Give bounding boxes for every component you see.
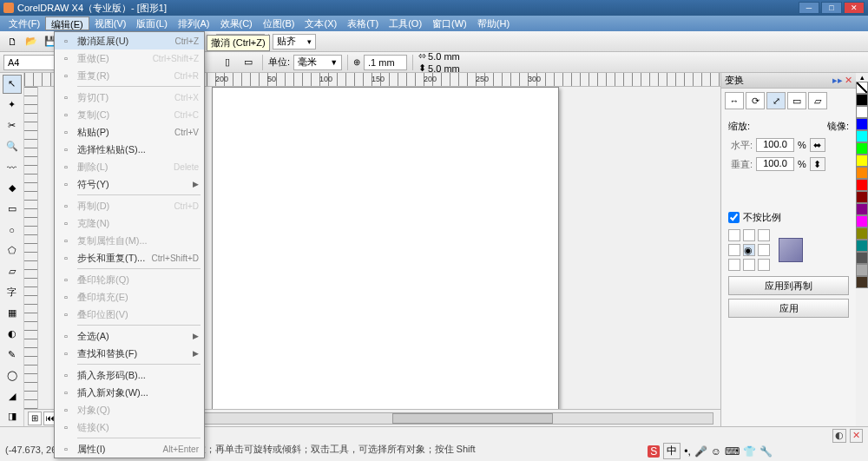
color-swatch[interactable] <box>856 106 868 118</box>
portrait-icon[interactable]: ▯ <box>219 54 236 71</box>
ime-tool-icon[interactable]: 🔧 <box>760 445 773 458</box>
color-swatch[interactable] <box>856 179 868 191</box>
color-swatch[interactable] <box>856 118 868 130</box>
menu-item[interactable]: 编辑(E) <box>45 16 89 30</box>
menu-item[interactable]: 文件(F) <box>3 16 45 30</box>
color-swatch[interactable] <box>856 227 868 240</box>
menu-item[interactable]: ▫全选(A)▶ <box>55 327 204 345</box>
menu-item[interactable]: ▫撤消延展(U)Ctrl+Z <box>55 32 204 49</box>
freehand-tool[interactable]: 〰 <box>3 158 22 177</box>
menu-item[interactable]: ▫符号(Y)▶ <box>55 175 204 193</box>
color-swatch[interactable] <box>856 203 868 215</box>
maximize-button[interactable]: □ <box>821 2 842 14</box>
color-swatch[interactable] <box>856 167 868 179</box>
interactive-tool[interactable]: ◐ <box>3 324 22 343</box>
table-tool[interactable]: ▦ <box>3 303 22 322</box>
landscape-icon[interactable]: ▭ <box>240 54 257 71</box>
menu-item: ▫克隆(N) <box>55 214 204 232</box>
apply-button[interactable]: 应用 <box>728 299 849 318</box>
minimize-button[interactable]: ─ <box>799 2 819 14</box>
menu-item: ▫叠印填充(E) <box>55 288 204 306</box>
menu-item[interactable]: 文本(X) <box>299 16 342 30</box>
ime-keyboard-icon[interactable]: ⌨ <box>725 445 740 458</box>
color-swatch[interactable] <box>856 130 868 142</box>
window-title: CorelDRAW X4（专业版）- [图形1] <box>17 2 167 15</box>
skew-tab[interactable]: ▱ <box>808 92 827 109</box>
menu-item: ▫叠印轮廓(Q) <box>55 271 204 288</box>
position-tab[interactable]: ↔ <box>725 92 744 109</box>
color-swatch[interactable] <box>856 191 868 203</box>
menu-item[interactable]: 效果(C) <box>215 16 258 30</box>
color-swatch[interactable] <box>856 155 868 167</box>
basic-shapes-tool[interactable]: ▱ <box>3 261 22 280</box>
no-color-swatch[interactable] <box>856 82 868 94</box>
ime-lang-icon[interactable]: 中 <box>663 443 681 459</box>
menu-item[interactable]: 窗口(W) <box>427 16 472 30</box>
ime-skin-icon[interactable]: 👕 <box>743 445 756 458</box>
size-tab[interactable]: ▭ <box>787 92 806 109</box>
docker-close-icon[interactable]: ✕ <box>845 75 852 86</box>
menu-item[interactable]: 位图(B) <box>258 16 300 30</box>
ime-emoji-icon[interactable]: ☺ <box>711 445 721 458</box>
anchor-grid[interactable]: ◉ <box>728 229 770 271</box>
menu-item[interactable]: ▫属性(I)Alt+Enter <box>55 440 204 458</box>
ime-punct-icon[interactable]: •, <box>684 445 691 458</box>
color-swatch[interactable] <box>856 240 868 252</box>
ellipse-tool[interactable]: ○ <box>3 221 22 240</box>
h-scale-input[interactable]: 100.0 <box>756 138 794 152</box>
nudge-input[interactable]: .1 mm <box>364 55 407 70</box>
color-swatch[interactable] <box>856 215 868 227</box>
polygon-tool[interactable]: ⬠ <box>3 241 22 260</box>
menu-item[interactable]: ▫查找和替换(F)▶ <box>55 345 204 362</box>
menu-item[interactable]: 工具(O) <box>384 16 427 30</box>
zoom-tool[interactable]: 🔍 <box>3 137 22 156</box>
smart-fill-tool[interactable]: ◆ <box>3 179 22 198</box>
page-add-icon[interactable]: ⊞ <box>28 412 42 425</box>
text-tool[interactable]: 字 <box>3 282 22 301</box>
menu-item[interactable]: ▫插入新对象(W)... <box>55 384 204 401</box>
unit-select[interactable]: 毫米▼ <box>293 55 342 70</box>
crop-tool[interactable]: ✂ <box>3 116 22 135</box>
menu-item[interactable]: 表格(T) <box>342 16 384 30</box>
color-swatch[interactable] <box>856 276 868 288</box>
menu-item[interactable]: ▫选择性粘贴(S)... <box>55 141 204 158</box>
eyedropper-tool[interactable]: ✎ <box>3 345 22 364</box>
ime-icon[interactable]: S <box>648 445 660 458</box>
fill-tool[interactable]: ◢ <box>3 386 22 405</box>
nonprop-checkbox[interactable] <box>728 212 740 223</box>
outline-tool[interactable]: ◯ <box>3 366 22 385</box>
rectangle-tool[interactable]: ▭ <box>3 200 22 219</box>
status-icon[interactable]: ◐ <box>832 429 846 443</box>
nonprop-label: 不按比例 <box>743 211 781 224</box>
color-swatch[interactable] <box>856 142 868 155</box>
menu-item[interactable]: 排列(A) <box>173 16 215 30</box>
menu-item[interactable]: 视图(V) <box>89 16 132 30</box>
horizontal-scrollbar[interactable] <box>179 412 713 425</box>
ime-tray: S 中 •, 🎤 ☺ ⌨ 👕 🔧 <box>648 443 773 459</box>
scale-tab[interactable]: ⤢ <box>766 92 786 109</box>
menu-item[interactable]: 帮助(H) <box>472 16 515 30</box>
menu-item[interactable]: 版面(L) <box>131 16 172 30</box>
interactive-fill-tool[interactable]: ◨ <box>3 407 22 426</box>
status-close-icon[interactable]: ✕ <box>850 429 863 443</box>
open-icon[interactable]: 📂 <box>23 33 40 50</box>
docker-collapse-icon[interactable]: ▸▸ <box>832 75 843 86</box>
color-swatch[interactable] <box>856 252 868 264</box>
ime-mic-icon[interactable]: 🎤 <box>694 445 707 458</box>
snap-select[interactable]: 贴齐 ▾ <box>273 34 316 49</box>
new-icon[interactable]: 🗋 <box>3 33 21 50</box>
v-scale-input[interactable]: 100.0 <box>756 157 794 171</box>
color-swatch[interactable] <box>856 264 868 276</box>
mirror-v-icon[interactable]: ⬍ <box>810 157 825 171</box>
palette-up-icon[interactable]: ▴ <box>856 73 868 82</box>
rotate-tab[interactable]: ⟳ <box>746 92 765 109</box>
mirror-h-icon[interactable]: ⬌ <box>810 138 825 152</box>
color-swatch[interactable] <box>856 94 868 106</box>
close-button[interactable]: ✕ <box>844 2 865 14</box>
menu-item[interactable]: ▫插入条形码(B)... <box>55 366 204 384</box>
menu-item[interactable]: ▫步长和重复(T)...Ctrl+Shift+D <box>55 249 204 267</box>
pick-tool[interactable]: ↖ <box>3 75 22 94</box>
apply-duplicate-button[interactable]: 应用到再制 <box>728 276 849 295</box>
menu-item[interactable]: ▫粘贴(P)Ctrl+V <box>55 123 204 141</box>
shape-tool[interactable]: ✦ <box>3 95 22 115</box>
